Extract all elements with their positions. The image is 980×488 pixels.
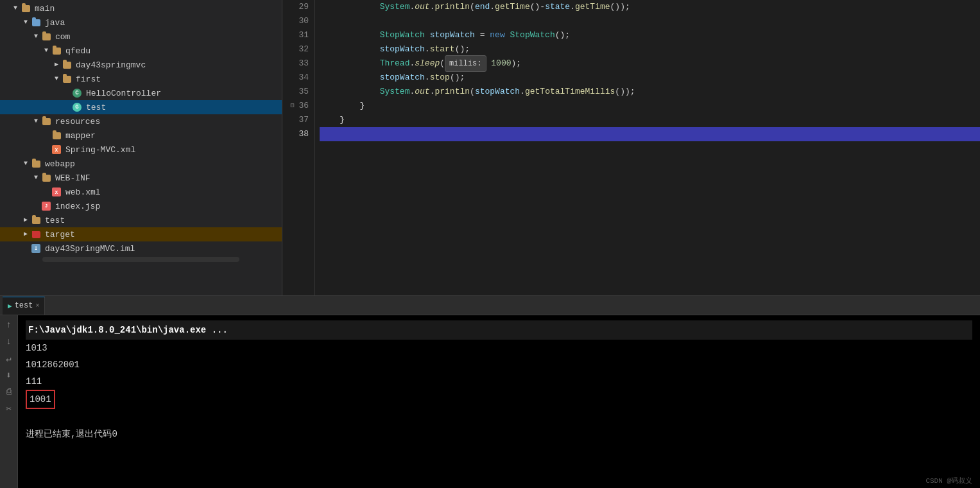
tree-item-day43springmvc[interactable]: day43springmvc	[0, 58, 282, 72]
terminal-line-1013: 1013	[26, 340, 972, 356]
code-line-34: stopWatch.stop();	[320, 71, 980, 85]
terminal-line-empty	[26, 409, 972, 426]
line-num-34: 34	[288, 71, 309, 85]
tree-item-spring-mvc-xml[interactable]: X Spring-MVC.xml	[0, 143, 282, 157]
tree-item-target[interactable]: target	[0, 227, 282, 241]
folder-icon-resources	[41, 116, 51, 126]
tree-label-main: main	[35, 4, 55, 13]
tree-item-hello-controller[interactable]: C HelloController	[0, 86, 282, 100]
line-num-32: 32	[288, 42, 309, 57]
folder-icon-webapp	[31, 159, 41, 169]
tree-item-index-jsp[interactable]: J index.jsp	[0, 199, 282, 213]
terminal-line-exit: 进程已结束,退出代码0	[26, 426, 972, 442]
code-content: 29 30 31 32 33 34 35 ⊟36 37 38	[282, 0, 980, 295]
line-num-38: 38	[288, 127, 309, 141]
terminal-line-1001: 1001	[26, 390, 972, 409]
terminal-panel: ▶ test × ↑ ↓ ↵ ⬇ ⎙ ✂ F:\Java\jdk1.8.0_24…	[0, 295, 980, 488]
tree-label-test: test	[86, 103, 106, 112]
arrow-webinf	[31, 173, 41, 183]
print-button[interactable]: ⎙	[2, 385, 16, 399]
iml-icon: I	[31, 243, 41, 254]
code-line-37: }	[320, 113, 980, 127]
tree-label-qfedu: qfedu	[65, 46, 90, 56]
terminal-tab-close[interactable]: ×	[35, 302, 39, 309]
tree-item-java[interactable]: java	[0, 15, 282, 30]
java-c-icon-hello: C	[72, 88, 82, 98]
tree-label-day43springmvc: day43springmvc	[76, 60, 146, 70]
cut-button[interactable]: ✂	[2, 401, 16, 415]
arrow-java	[21, 17, 31, 28]
tree-item-webinf[interactable]: WEB-INF	[0, 171, 282, 185]
tree-item-test-root[interactable]: test	[0, 213, 282, 227]
terminal-tab-test[interactable]: ▶ test ×	[3, 297, 45, 315]
code-line-33: Thread.sleep(millis: 1000);	[320, 57, 980, 71]
arrow-first	[51, 74, 62, 84]
tree-item-webapp[interactable]: webapp	[0, 157, 282, 171]
tree-label-mapper: mapper	[65, 131, 96, 141]
main-area: main java com qfedu day43springmvc	[0, 0, 980, 295]
arrow-qfedu	[41, 46, 51, 56]
terminal-body: ↑ ↓ ↵ ⬇ ⎙ ✂ F:\Java\jdk1.8.0_241\bin\jav…	[0, 315, 980, 488]
csdn-watermark: CSDN @码叔义	[925, 476, 972, 485]
code-line-32: stopWatch.start();	[320, 42, 980, 57]
xml-icon-spring-mvc: X	[51, 144, 62, 155]
arrow-main	[10, 3, 21, 13]
tree-label-com: com	[55, 32, 70, 42]
code-line-36: }	[320, 99, 980, 113]
tree-label-webinf: WEB-INF	[55, 173, 90, 183]
tree-item-first[interactable]: first	[0, 72, 282, 86]
jsp-icon-index: J	[41, 201, 51, 211]
code-line-35: System.out.println(stopWatch.getTotalTim…	[320, 85, 980, 99]
folder-icon-test-root	[31, 215, 41, 225]
scroll-up-button[interactable]: ↑	[2, 318, 16, 332]
wrap-button[interactable]: ↵	[2, 351, 16, 365]
code-editor: 29 30 31 32 33 34 35 ⊟36 37 38	[282, 0, 980, 295]
folder-icon-main	[21, 3, 31, 13]
tree-item-resources[interactable]: resources	[0, 114, 282, 128]
folder-icon-first	[62, 74, 72, 84]
arrow-target	[21, 229, 31, 240]
terminal-sidebar-buttons: ↑ ↓ ↵ ⬇ ⎙ ✂	[0, 315, 18, 488]
folder-icon-mapper	[51, 130, 62, 141]
tree-label-index-jsp: index.jsp	[55, 202, 100, 211]
line-num-33: 33	[288, 57, 309, 71]
tree-label-web-xml: web.xml	[65, 187, 101, 197]
download-button[interactable]: ⬇	[2, 368, 16, 382]
tree-item-com[interactable]: com	[0, 30, 282, 44]
code-line-30	[320, 14, 980, 28]
terminal-tab-icon: ▶	[8, 302, 12, 310]
terminal-tab-label: test	[15, 301, 33, 310]
line-num-36: ⊟36	[288, 99, 309, 113]
arrow-com	[31, 31, 41, 42]
tree-item-mapper[interactable]: mapper	[0, 128, 282, 143]
tree-label-resources: resources	[55, 117, 100, 126]
sidebar-scrollbar[interactable]	[42, 257, 239, 262]
folder-icon-java	[31, 17, 41, 28]
tree-label-webapp: webapp	[45, 159, 75, 169]
code-lines-container: 29 30 31 32 33 34 35 ⊟36 37 38	[282, 0, 980, 295]
tree-item-main[interactable]: main	[0, 1, 282, 15]
file-tree-sidebar: main java com qfedu day43springmvc	[0, 0, 282, 295]
xml-icon-web: X	[51, 187, 62, 197]
line-num-31: 31	[288, 28, 309, 42]
scroll-down-button[interactable]: ↓	[2, 335, 16, 349]
tree-item-web-xml[interactable]: X web.xml	[0, 185, 282, 199]
arrow-day43springmvc	[51, 60, 62, 70]
tooltip-millis: millis:	[445, 55, 486, 72]
tree-label-target: target	[45, 230, 75, 240]
folder-icon-day43springmvc	[62, 60, 72, 70]
arrow-test-root	[21, 215, 31, 225]
tree-label-java: java	[45, 18, 65, 28]
code-text-area[interactable]: System.out.println(end.getTime()-state.g…	[314, 0, 980, 295]
tree-label-hello-controller: HelloController	[86, 89, 161, 98]
tree-label-first: first	[76, 74, 101, 84]
tree-item-iml[interactable]: I day43SpringMVC.iml	[0, 241, 282, 256]
code-line-31: StopWatch stopWatch = new StopWatch();	[320, 28, 980, 42]
line-num-29: 29	[288, 0, 309, 14]
terminal-line-111: 111	[26, 373, 972, 390]
highlighted-result: 1001	[26, 390, 55, 409]
tree-item-qfedu[interactable]: qfedu	[0, 44, 282, 58]
arrow-webapp	[21, 159, 31, 169]
folder-icon-com	[41, 31, 51, 42]
tree-item-test-file[interactable]: G test	[0, 100, 282, 114]
